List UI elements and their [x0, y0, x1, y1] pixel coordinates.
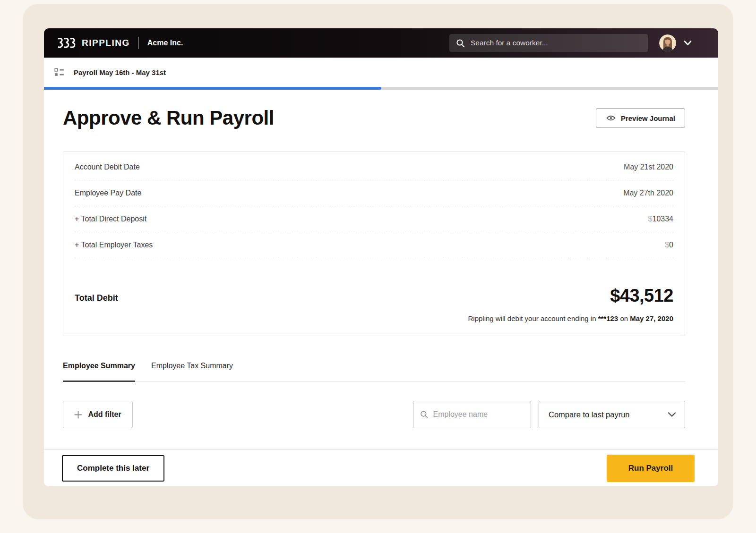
search-icon — [420, 410, 429, 419]
complete-later-button[interactable]: Complete this later — [62, 455, 164, 482]
breadcrumb: Payroll May 16th - May 31st — [44, 58, 718, 87]
payrun-period-label: Payroll May 16th - May 31st — [74, 68, 166, 76]
add-filter-button[interactable]: Add filter — [63, 401, 133, 428]
filter-toolbar: Add filter Compare to last payrun — [63, 401, 685, 428]
compare-payrun-select[interactable]: Compare to last payrun — [539, 401, 685, 428]
topbar-divider — [138, 37, 139, 49]
row-label: Employee Pay Date — [75, 189, 141, 197]
summary-row: Account Debit Date May 21st 2020 — [75, 154, 673, 180]
row-value: $10334 — [648, 215, 673, 223]
plus-icon — [74, 411, 82, 419]
progress-bar — [44, 87, 718, 90]
summary-row: + Total Direct Deposit $10334 — [75, 206, 673, 232]
company-name: Acme Inc. — [147, 39, 183, 47]
account-ending: ***123 — [598, 314, 619, 322]
row-value: $0 — [665, 241, 673, 249]
total-debit-row: Total Debit $43,512 Rippling will debit … — [75, 286, 673, 322]
rippling-logo-icon — [57, 37, 77, 49]
search-icon — [456, 39, 465, 48]
add-filter-label: Add filter — [88, 410, 121, 419]
top-bar: RIPPLING Acme Inc. — [44, 28, 718, 58]
row-value: May 27th 2020 — [623, 189, 673, 197]
coworker-search[interactable] — [449, 34, 648, 52]
total-debit-amount: $43,512 — [468, 286, 674, 306]
employee-name-search[interactable] — [413, 401, 531, 428]
action-footer: Complete this later Run Payroll — [44, 449, 718, 486]
tab-employee-summary[interactable]: Employee Summary — [63, 362, 135, 382]
row-label: Account Debit Date — [75, 163, 140, 171]
chevron-down-icon[interactable] — [684, 40, 692, 46]
payroll-summary-card: Account Debit Date May 21st 2020 Employe… — [63, 151, 685, 336]
coworker-search-input[interactable] — [471, 39, 641, 47]
user-avatar[interactable] — [659, 34, 676, 51]
brand-name: RIPPLING — [82, 38, 130, 48]
progress-bar-fill — [44, 87, 381, 90]
row-label: + Total Employer Taxes — [75, 241, 153, 249]
debit-date: May 27, 2020 — [630, 314, 673, 322]
main-content: Approve & Run Payroll Preview Journal Ac… — [44, 107, 718, 428]
tab-employee-tax-summary[interactable]: Employee Tax Summary — [151, 362, 233, 382]
card-spacer — [75, 258, 673, 286]
summary-tabs: Employee Summary Employee Tax Summary — [63, 362, 685, 382]
eye-icon — [606, 113, 616, 123]
chevron-down-icon — [668, 412, 676, 417]
summary-row: Employee Pay Date May 27th 2020 — [75, 180, 673, 206]
row-value: May 21st 2020 — [624, 163, 673, 171]
debit-note: Rippling will debit your account ending … — [468, 314, 674, 322]
row-label: + Total Direct Deposit — [75, 215, 146, 223]
total-debit-label: Total Debit — [75, 293, 118, 303]
employee-name-input[interactable] — [433, 410, 524, 419]
preview-journal-label: Preview Journal — [621, 114, 675, 122]
page-title: Approve & Run Payroll — [63, 107, 274, 129]
app-window: RIPPLING Acme Inc. — [44, 28, 718, 486]
compare-payrun-value: Compare to last payrun — [549, 410, 630, 419]
summary-row: + Total Employer Taxes $0 — [75, 232, 673, 258]
payrun-checklist-icon — [54, 68, 64, 77]
run-payroll-button[interactable]: Run Payroll — [607, 455, 695, 482]
preview-journal-button[interactable]: Preview Journal — [596, 108, 685, 128]
